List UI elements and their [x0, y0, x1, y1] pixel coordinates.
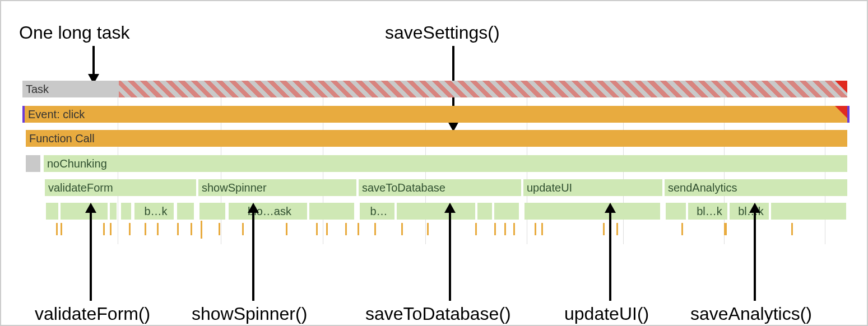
sub-bar [397, 203, 475, 220]
sub-bar-b4: bl…k [688, 203, 727, 220]
sub-bar [46, 203, 58, 220]
sub-bar [199, 203, 225, 220]
label-save-to-database: saveToDatabase() [365, 304, 511, 324]
sub-bar [121, 203, 131, 220]
arrow-up-icon [602, 203, 619, 301]
task-long-hatched [119, 81, 847, 97]
send-analytics-bar: sendAnalytics [665, 179, 847, 196]
sub-bar [666, 203, 686, 220]
sub-bar [771, 203, 846, 220]
label-save-settings: saveSettings() [385, 22, 500, 43]
warning-triangle-icon [835, 81, 847, 93]
label-update-ui: updateUI() [564, 304, 649, 324]
function-call-bar: Function Call [26, 130, 847, 147]
sub-bar [177, 203, 194, 220]
label-validate-form: validateForm() [35, 304, 150, 324]
arrow-up-icon [442, 203, 458, 301]
sub-bar-b3: b… [360, 203, 394, 220]
event-right-edge [847, 106, 850, 123]
arrow-up-icon [245, 203, 262, 301]
arrow-up-icon [82, 203, 99, 301]
sub-bar [477, 203, 492, 220]
sub-bar-b2: blo…ask [229, 203, 307, 220]
no-chunking-bar: noChunking [44, 155, 847, 172]
warning-triangle-icon [835, 106, 847, 118]
sub-bar-b1: b…k [134, 203, 174, 220]
label-show-spinner: showSpinner() [192, 304, 307, 324]
sub-bar [110, 203, 117, 220]
validate-form-bar: validateForm [45, 179, 196, 196]
sub-bar [524, 203, 660, 220]
update-ui-bar: updateUI [523, 179, 662, 196]
label-one-long-task: One long task [19, 22, 129, 43]
arrow-up-icon [746, 203, 763, 301]
label-save-analytics: saveAnalytics() [690, 304, 812, 324]
event-click-bar: Event: click [25, 106, 847, 123]
show-spinner-bar: showSpinner [198, 179, 356, 196]
arrow-down-icon [85, 46, 102, 85]
sub-bar [494, 203, 519, 220]
sub-bar [309, 203, 354, 220]
anon-bar [26, 155, 40, 172]
save-to-database-bar: saveToDatabase [359, 179, 521, 196]
